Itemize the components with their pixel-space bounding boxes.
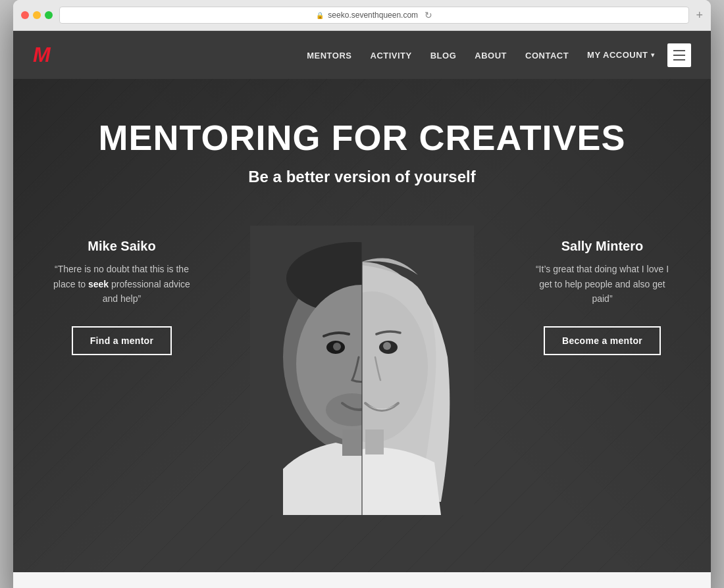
- nav-item-activity[interactable]: ACTIVITY: [371, 49, 412, 61]
- hamburger-line-3: [673, 59, 685, 61]
- nav-link-mentors[interactable]: MENTORS: [307, 51, 351, 61]
- hero-subtitle: Be a better version of yourself: [98, 168, 625, 186]
- left-quote-bold: seek: [88, 279, 109, 289]
- fullscreen-button[interactable]: [45, 11, 53, 19]
- navbar: M MENTORS ACTIVITY BLOG ABOUT CONTACT: [13, 31, 711, 79]
- find-mentor-button[interactable]: Find a mentor: [72, 326, 172, 355]
- url-text: seeko.seventhqueen.com: [328, 11, 418, 20]
- footer-bar: [13, 572, 711, 588]
- chevron-down-icon: ▾: [651, 51, 655, 59]
- site-logo[interactable]: M: [33, 43, 49, 67]
- nav-item-about[interactable]: ABOUT: [475, 49, 507, 61]
- account-label: MY ACCOUNT: [587, 50, 648, 60]
- become-mentor-button[interactable]: Become a mentor: [544, 326, 661, 355]
- minimize-button[interactable]: [33, 11, 41, 19]
- nav-links: MENTORS ACTIVITY BLOG ABOUT CONTACT MY A…: [307, 49, 654, 61]
- nav-link-account[interactable]: MY ACCOUNT ▾: [587, 50, 654, 60]
- refresh-button[interactable]: ↻: [425, 10, 432, 20]
- traffic-lights: [21, 11, 53, 19]
- hero-title: MENTORING FOR CREATIVES: [98, 118, 625, 157]
- left-quote-after: professional advice and help”: [103, 279, 190, 304]
- left-mentor-quote: “There is no doubt that this is the plac…: [49, 262, 194, 306]
- svg-rect-9: [342, 429, 362, 456]
- nav-item-blog[interactable]: BLOG: [430, 49, 457, 61]
- nav-item-contact[interactable]: CONTACT: [525, 49, 569, 61]
- right-mentor-quote: “It’s great that doing what I love I get…: [530, 262, 675, 306]
- browser-window: 🔒 seeko.seventhqueen.com ↻ + M MENTORS A…: [13, 0, 711, 588]
- browser-chrome: 🔒 seeko.seventhqueen.com ↻ +: [13, 0, 711, 31]
- nav-item-mentors[interactable]: MENTORS: [307, 49, 351, 61]
- close-button[interactable]: [21, 11, 29, 19]
- left-mentor-name: Mike Saiko: [88, 239, 155, 254]
- hero-center-image: [230, 226, 494, 515]
- website-content: M MENTORS ACTIVITY BLOG ABOUT CONTACT: [13, 31, 711, 588]
- nav-link-blog[interactable]: BLOG: [430, 51, 457, 61]
- hero-section: MENTORING FOR CREATIVES Be a better vers…: [13, 79, 711, 572]
- nav-link-about[interactable]: ABOUT: [475, 51, 507, 61]
- left-panel: Mike Saiko “There is no doubt that this …: [13, 226, 230, 368]
- hamburger-line-1: [673, 50, 685, 51]
- nav-link-activity[interactable]: ACTIVITY: [371, 51, 412, 61]
- svg-rect-14: [365, 429, 384, 454]
- right-mentor-name: Sally Mintero: [561, 239, 643, 254]
- svg-point-13: [383, 342, 391, 350]
- hero-title-area: MENTORING FOR CREATIVES Be a better vers…: [98, 79, 625, 186]
- face-svg: [250, 226, 474, 515]
- nav-item-account[interactable]: MY ACCOUNT ▾: [587, 50, 654, 60]
- hero-content-row: Mike Saiko “There is no doubt that this …: [13, 226, 711, 572]
- right-panel: Sally Mintero “It’s great that doing wha…: [494, 226, 711, 368]
- address-bar[interactable]: 🔒 seeko.seventhqueen.com ↻: [59, 7, 689, 24]
- face-composite: [250, 226, 474, 515]
- new-tab-button[interactable]: +: [696, 9, 703, 22]
- hamburger-button[interactable]: [667, 43, 691, 67]
- nav-link-contact[interactable]: CONTACT: [525, 51, 569, 61]
- lock-icon: 🔒: [316, 12, 324, 19]
- hamburger-line-2: [673, 55, 685, 56]
- svg-point-7: [333, 343, 341, 351]
